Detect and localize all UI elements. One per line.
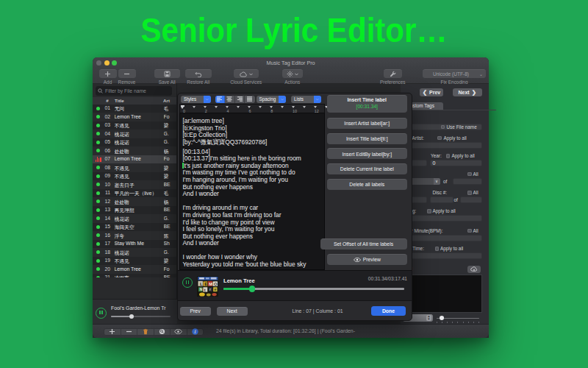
- tab-stop-icon[interactable]: [248, 106, 251, 108]
- info-button[interactable]: i: [187, 329, 204, 336]
- styles-dropdown[interactable]: Styles⌵: [181, 96, 211, 103]
- tab-stop-icon[interactable]: [292, 106, 295, 108]
- table-row[interactable]: 05桃花诺G.: [93, 138, 176, 147]
- insert-title-button[interactable]: Insert Title label[ti:]: [327, 133, 407, 144]
- table-row[interactable]: 07Lemon TreeFo: [93, 155, 176, 164]
- table-row[interactable]: 09不遇见梁: [93, 172, 176, 181]
- use-file-name-checkbox[interactable]: [441, 125, 445, 130]
- table-row[interactable]: 04桃花诺G.: [93, 130, 176, 138]
- row-title: 海阔天空: [115, 224, 160, 231]
- spacing-dropdown[interactable]: Spacing⌵: [257, 96, 287, 103]
- disc-all-checkbox[interactable]: [467, 191, 472, 195]
- status-dot: [96, 242, 100, 246]
- tab-stop-icon[interactable]: [270, 106, 273, 108]
- window-titlebar[interactable]: Music Tag Editor Pro: [93, 57, 489, 68]
- sheet-pause-button[interactable]: [182, 277, 193, 289]
- table-row[interactable]: 06处处吻杨: [93, 146, 176, 155]
- mini-player-slider[interactable]: [111, 316, 171, 317]
- year-input[interactable]: 0: [430, 160, 482, 166]
- time-apply-checkbox[interactable]: [435, 247, 440, 251]
- actions-button[interactable]: [282, 69, 303, 78]
- table-row[interactable]: 13再见理想BE: [93, 206, 176, 215]
- align-right-button[interactable]: [235, 96, 245, 103]
- tab-stop-icon[interactable]: [281, 106, 284, 108]
- pause-button[interactable]: [96, 308, 107, 319]
- insert-editby-button[interactable]: Insert EditBy label[by:]: [327, 148, 407, 159]
- remove-file-button[interactable]: [121, 329, 138, 336]
- cloud-lyrics-button[interactable]: [467, 266, 481, 274]
- tab-stop-icon[interactable]: [204, 106, 207, 108]
- table-row[interactable]: 16浮夸陈: [93, 231, 176, 240]
- table-row[interactable]: 03不遇见梁: [93, 121, 176, 130]
- column-header-num[interactable]: #: [102, 98, 112, 103]
- save-all-button[interactable]: [154, 69, 180, 78]
- align-justify-button[interactable]: [245, 96, 255, 103]
- cloud-services-button[interactable]: [234, 69, 259, 78]
- delete-button[interactable]: [137, 329, 154, 336]
- next-line-button[interactable]: Next: [217, 307, 248, 316]
- insert-artist-button[interactable]: Insert Artist label[ar:]: [327, 118, 407, 129]
- tab-stop-icon[interactable]: [303, 106, 306, 108]
- table-row[interactable]: 08不遇见梁: [93, 163, 176, 172]
- done-button[interactable]: Done: [371, 306, 406, 316]
- tab-stop-icon[interactable]: [314, 106, 317, 108]
- track-all-checkbox[interactable]: [467, 172, 472, 177]
- table-row[interactable]: 14桃花诺G.: [93, 214, 176, 223]
- disc-total-input[interactable]: [460, 197, 482, 203]
- delete-all-button[interactable]: Delete all labels: [327, 179, 407, 190]
- preferences-button[interactable]: [384, 69, 402, 78]
- encoding-dropdown[interactable]: Unicode (UTF-8) ⌄: [423, 69, 486, 78]
- table-row[interactable]: 12处处吻杨: [93, 197, 176, 206]
- table-row[interactable]: 01无问毛: [93, 105, 176, 113]
- year-apply-checkbox[interactable]: [446, 154, 451, 158]
- tab-stop-icon[interactable]: [237, 106, 240, 108]
- column-header-artist[interactable]: Art: [163, 98, 170, 103]
- genre-apply-checkbox[interactable]: [427, 209, 431, 213]
- disc-num-input[interactable]: [430, 197, 453, 203]
- next-file-button[interactable]: Next❯: [453, 88, 483, 96]
- add-toolbar-button[interactable]: [99, 69, 117, 78]
- prev-line-button[interactable]: Prev: [180, 307, 211, 316]
- preview-button[interactable]: Preview: [327, 254, 407, 265]
- table-row[interactable]: 18桃花诺G.: [93, 248, 176, 257]
- lists-dropdown[interactable]: Lists⌵: [291, 96, 321, 103]
- bpm-input[interactable]: [403, 235, 482, 241]
- filter-field[interactable]: Filter by File name: [96, 86, 172, 96]
- track-total-input[interactable]: [453, 178, 482, 185]
- lyrics-text-area[interactable]: [406, 275, 482, 313]
- mini-player-thumb[interactable]: [129, 314, 134, 319]
- table-row[interactable]: 15海阔天空BE: [93, 223, 176, 232]
- table-row[interactable]: 17Stay With MeSh: [93, 240, 176, 249]
- bpm-all-checkbox[interactable]: [467, 229, 472, 233]
- quicklook-button[interactable]: [171, 329, 187, 336]
- table-row[interactable]: 20Lemon TreeFo: [93, 265, 176, 274]
- column-header-title[interactable]: Title: [115, 98, 124, 103]
- rating-slider-thumb[interactable]: [440, 316, 445, 321]
- release-time-input[interactable]: [403, 252, 482, 259]
- reveal-button[interactable]: [154, 329, 171, 336]
- align-left-button[interactable]: [215, 96, 226, 103]
- table-row[interactable]: 11平凡的一天（live）毛: [93, 189, 176, 198]
- prev-file-button[interactable]: ❮Prev: [420, 88, 443, 96]
- tab-stop-icon[interactable]: [193, 106, 196, 108]
- tab-stop-icon[interactable]: [226, 106, 229, 108]
- table-row[interactable]: 02Lemon TreeFo: [93, 113, 176, 121]
- align-center-button[interactable]: [225, 96, 235, 103]
- artist-apply-checkbox[interactable]: [437, 136, 442, 141]
- tab-stop-icon[interactable]: [259, 106, 262, 108]
- insert-time-label-button[interactable]: Insert Time label[00:31.34]: [327, 95, 407, 113]
- tab-stop-icon[interactable]: [215, 106, 218, 108]
- genre-input[interactable]: [403, 215, 482, 222]
- restore-all-button[interactable]: [185, 69, 212, 78]
- lyrics-text-editor[interactable]: [ar:lemom tree][ti:Kingston Trio][ti:Ep …: [179, 113, 325, 270]
- add-file-button[interactable]: [104, 329, 121, 336]
- table-row[interactable]: 21冷雨夜BE: [93, 274, 176, 277]
- artist-input[interactable]: [406, 142, 482, 149]
- sheet-progress-slider[interactable]: [223, 288, 404, 290]
- set-offset-button[interactable]: Set Offset of All time labels: [320, 238, 407, 250]
- delete-current-button[interactable]: Delete Current line label: [327, 163, 407, 174]
- remove-toolbar-button[interactable]: [118, 69, 136, 78]
- table-row[interactable]: 10逝去日子BE: [93, 180, 176, 189]
- sheet-progress-thumb[interactable]: [249, 286, 255, 291]
- table-row[interactable]: 19不遇见梁: [93, 257, 176, 266]
